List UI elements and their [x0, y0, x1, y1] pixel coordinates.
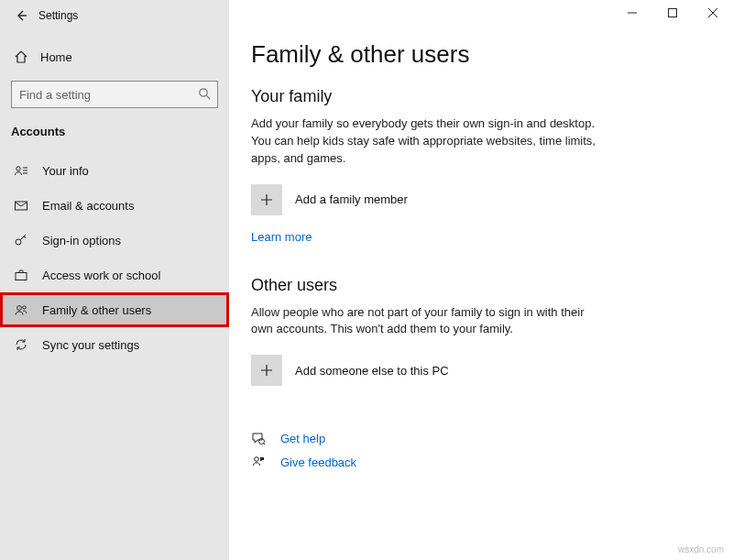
sync-icon [13, 337, 29, 352]
close-icon [708, 8, 717, 17]
people-icon [13, 302, 29, 317]
add-family-member-button[interactable]: Add a family member [251, 184, 711, 215]
your-info-icon [13, 163, 29, 178]
search-icon [197, 86, 212, 101]
home-icon [13, 49, 29, 64]
nav-family-other-users[interactable]: Family & other users [0, 292, 229, 327]
mail-icon [13, 198, 29, 213]
sidebar: Settings Home Accounts Your info [0, 0, 229, 560]
titlebar-title: Settings [38, 9, 78, 22]
nav-label: Family & other users [42, 303, 151, 317]
search-input[interactable] [12, 82, 217, 107]
main-content: Family & other users Your family Add you… [229, 0, 733, 560]
nav-label: Sync your settings [42, 338, 139, 352]
nav-label: Sign-in options [42, 234, 121, 247]
other-users-desc: Allow people who are not part of your fa… [251, 304, 599, 339]
your-family-header: Your family [251, 87, 711, 106]
svg-rect-4 [16, 273, 27, 280]
search-box[interactable] [11, 81, 218, 108]
home-label: Home [40, 50, 72, 64]
add-other-user-button[interactable]: Add someone else to this PC [251, 355, 711, 386]
add-other-label: Add someone else to this PC [295, 364, 449, 378]
svg-point-0 [200, 89, 207, 96]
titlebar: Settings [0, 0, 229, 31]
minimize-icon [628, 8, 637, 17]
close-button[interactable] [693, 0, 733, 26]
maximize-icon [668, 8, 677, 17]
search-wrap [0, 73, 229, 112]
back-arrow-icon [14, 8, 28, 23]
nav-signin-options[interactable]: Sign-in options [0, 223, 229, 258]
support-section: Get help Give feedback [251, 426, 711, 474]
get-help-label: Get help [280, 432, 325, 445]
your-family-desc: Add your family so everybody gets their … [251, 115, 599, 168]
back-button[interactable] [7, 2, 35, 29]
window-controls [612, 0, 733, 29]
maximize-button[interactable] [652, 0, 693, 26]
nav-access-work-school[interactable]: Access work or school [0, 258, 229, 292]
nav-list: Your info Email & accounts Sign-in optio… [0, 153, 229, 362]
nav-sync-settings[interactable]: Sync your settings [0, 327, 229, 362]
nav-label: Email & accounts [42, 199, 134, 213]
add-family-label: Add a family member [295, 192, 408, 206]
feedback-icon [251, 455, 273, 469]
watermark: wsxdn.com [678, 544, 724, 555]
get-help-link[interactable]: Get help [251, 426, 711, 450]
minimize-button[interactable] [612, 0, 652, 26]
give-feedback-link[interactable]: Give feedback [251, 450, 711, 474]
svg-point-3 [16, 239, 21, 245]
plus-icon [251, 355, 282, 386]
key-icon [13, 233, 29, 247]
svg-point-1 [16, 167, 20, 170]
other-users-header: Other users [251, 276, 711, 295]
svg-point-9 [255, 457, 259, 462]
nav-your-info[interactable]: Your info [0, 153, 229, 188]
home-nav[interactable]: Home [0, 40, 229, 73]
nav-email-accounts[interactable]: Email & accounts [0, 188, 229, 223]
svg-rect-7 [669, 9, 677, 17]
help-icon [251, 431, 273, 445]
nav-label: Access work or school [42, 269, 160, 282]
svg-point-5 [17, 306, 22, 311]
plus-icon [251, 184, 282, 215]
page-title: Family & other users [251, 40, 711, 69]
give-feedback-label: Give feedback [280, 456, 356, 469]
section-header-accounts: Accounts [0, 112, 229, 144]
settings-window: Settings Home Accounts Your info [0, 0, 733, 560]
learn-more-link[interactable]: Learn more [251, 230, 312, 244]
briefcase-icon [13, 268, 29, 282]
nav-label: Your info [42, 164, 89, 178]
svg-point-6 [23, 306, 26, 309]
